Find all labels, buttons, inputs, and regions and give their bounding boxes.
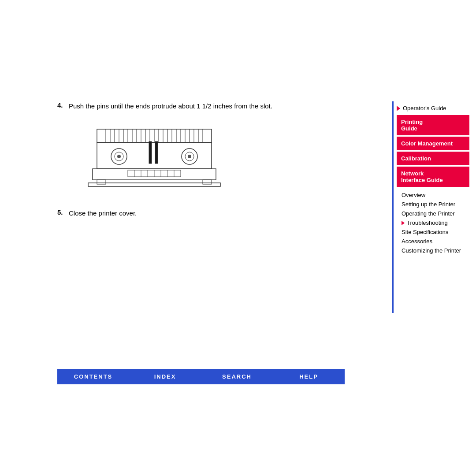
color-management-label: Color Management — [401, 140, 453, 147]
search-button[interactable]: SEARCH — [201, 370, 273, 383]
printer-illustration — [84, 125, 234, 195]
page-container: 4. Push the pins until the ends protrude… — [0, 0, 476, 476]
troubleshooting-label: Troubleshooting — [407, 219, 448, 226]
customizing-label: Customizing the Printer — [402, 247, 461, 254]
svg-rect-35 — [203, 180, 212, 184]
help-button[interactable]: HELP — [273, 370, 345, 383]
svg-rect-36 — [88, 183, 220, 186]
step-4-container: 4. Push the pins until the ends protrude… — [57, 101, 326, 112]
printing-guide-button[interactable]: PrintingGuide — [397, 115, 469, 135]
accessories-label: Accessories — [402, 238, 432, 245]
sub-item-operating[interactable]: Operating the Printer — [398, 209, 476, 218]
calibration-label: Calibration — [401, 155, 431, 162]
svg-point-27 — [117, 155, 121, 158]
setting-up-label: Setting up the Printer — [402, 201, 455, 208]
sidebar: Operator's Guide PrintingGuide Color Man… — [392, 101, 476, 255]
sub-item-overview[interactable]: Overview — [398, 190, 476, 200]
search-label: SEARCH — [222, 373, 252, 380]
operating-label: Operating the Printer — [402, 210, 455, 217]
sub-item-site-specs[interactable]: Site Specifications — [398, 227, 476, 237]
sub-item-setting-up[interactable]: Setting up the Printer — [398, 200, 476, 209]
svg-rect-31 — [149, 141, 152, 164]
contents-label: CONTENTS — [74, 373, 113, 380]
help-label: HELP — [299, 373, 318, 380]
operators-guide-item[interactable]: Operator's Guide — [392, 101, 476, 115]
sub-item-accessories[interactable]: Accessories — [398, 237, 476, 246]
operators-guide-triangle — [397, 106, 400, 111]
step-5-container: 5. Close the printer cover. — [57, 208, 326, 219]
printing-guide-label: PrintingGuide — [401, 119, 423, 132]
overview-label: Overview — [402, 192, 425, 198]
svg-rect-32 — [155, 141, 158, 164]
step-4-number: 4. — [57, 101, 66, 109]
step-4-text: Push the pins until the ends protrude ab… — [69, 101, 272, 112]
troubleshooting-triangle — [402, 221, 405, 225]
contents-button[interactable]: CONTENTS — [57, 370, 129, 383]
sidebar-blue-line — [392, 101, 394, 313]
index-label: INDEX — [154, 373, 176, 380]
main-content: 4. Push the pins until the ends protrude… — [57, 101, 326, 218]
step-5-number: 5. — [57, 208, 66, 216]
sub-item-customizing[interactable]: Customizing the Printer — [398, 246, 476, 255]
step-5-text: Close the printer cover. — [69, 208, 137, 219]
svg-rect-24 — [97, 142, 212, 169]
index-button[interactable]: INDEX — [129, 370, 201, 383]
bottom-nav-bar: CONTENTS INDEX SEARCH HELP — [57, 369, 345, 384]
calibration-button[interactable]: Calibration — [397, 152, 469, 165]
color-management-button[interactable]: Color Management — [397, 137, 469, 150]
sub-item-troubleshooting[interactable]: Troubleshooting — [398, 218, 476, 227]
svg-rect-34 — [97, 180, 106, 184]
network-interface-label: NetworkInterface Guide — [401, 170, 443, 183]
printer-svg — [84, 125, 225, 191]
sidebar-sub-items: Overview Setting up the Printer Operatin… — [398, 190, 476, 255]
svg-point-30 — [188, 155, 191, 158]
site-specs-label: Site Specifications — [402, 229, 448, 235]
operators-guide-label: Operator's Guide — [403, 105, 446, 112]
network-interface-button[interactable]: NetworkInterface Guide — [397, 167, 469, 187]
